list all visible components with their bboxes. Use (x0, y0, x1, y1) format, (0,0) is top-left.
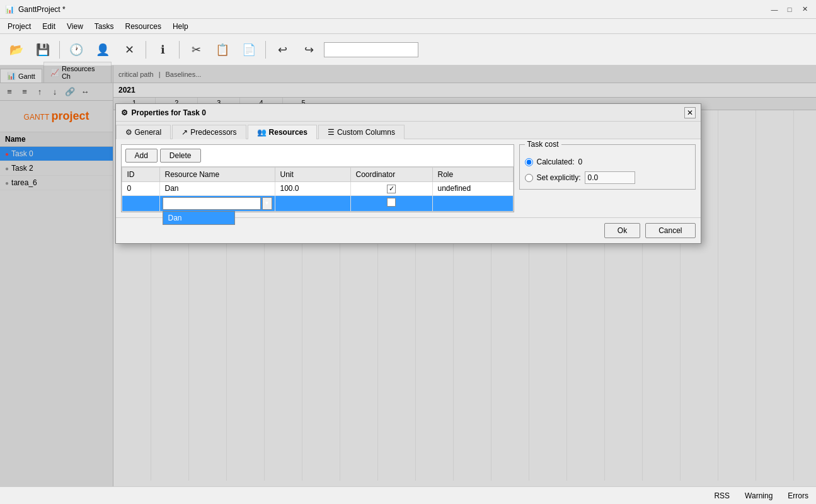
copy-button[interactable]: 📋 (211, 38, 234, 61)
calculated-radio[interactable] (525, 158, 533, 166)
title-bar: 📊 GanttProject * — □ ✕ (0, 0, 816, 19)
predecessors-tab-icon: ↗ (181, 128, 188, 137)
add-resource-button[interactable]: Add (125, 149, 158, 163)
set-explicitly-label: Set explicitly: (537, 173, 581, 182)
dropdown-option-dan[interactable]: Dan (163, 212, 234, 224)
redo-button[interactable]: ↪ (297, 38, 320, 61)
custom-columns-tab-icon: ☰ (328, 128, 335, 137)
menu-edit[interactable]: Edit (37, 21, 60, 32)
task-cost-panel: Task cost Calculated: 0 Set explicitly: (519, 144, 696, 212)
col-header-id: ID (122, 168, 159, 182)
search-input[interactable] (324, 42, 418, 57)
toolbar-separator-3 (179, 41, 180, 59)
tab-resources[interactable]: 👥 Resources (248, 125, 317, 139)
maximize-button[interactable]: □ (783, 3, 796, 16)
menu-help[interactable]: Help (168, 21, 193, 32)
toolbar-separator-1 (59, 41, 60, 59)
open-button[interactable]: 📂 (5, 38, 28, 61)
app-title: GanttProject * (18, 5, 66, 14)
row0-unit: 100.0 (275, 182, 350, 196)
menu-tasks[interactable]: Tasks (89, 21, 119, 32)
undo-button[interactable]: ↩ (271, 38, 294, 61)
dialog-titlebar: ⚙ Properties for Task 0 ✕ (116, 104, 701, 122)
general-tab-icon: ⚙ (125, 128, 132, 137)
paste-button[interactable]: 📄 (238, 38, 260, 61)
col-header-unit: Unit (275, 168, 350, 182)
dropdown-arrow-button[interactable]: ▼ (262, 197, 272, 210)
menu-project[interactable]: Project (3, 21, 36, 32)
col-header-resource-name: Resource Name (159, 168, 275, 182)
table-toolbar: Add Delete (122, 145, 514, 167)
editing-row-dropdown-cell[interactable]: ▼ (159, 195, 275, 211)
dropdown-popup: Dan (163, 211, 235, 225)
status-bar: RSS Warning Errors (0, 486, 816, 504)
minimize-button[interactable]: — (768, 3, 781, 16)
menu-bar: Project Edit View Tasks Resources Help (0, 19, 816, 34)
calculated-label: Calculated: (537, 158, 575, 166)
set-explicitly-row: Set explicitly: (525, 171, 690, 184)
errors-label: Errors (788, 491, 808, 500)
dropdown-cell: ▼ (163, 197, 272, 210)
tab-custom-columns[interactable]: ☰ Custom Columns (318, 125, 405, 139)
toolbar: 📂 💾 🕐 👤 ✕ ℹ ✂ 📋 📄 ↩ ↪ (0, 34, 816, 66)
resources-tab-icon2: 👥 (257, 128, 267, 137)
info-button[interactable]: ℹ (151, 38, 174, 61)
calculated-value: 0 (578, 158, 583, 166)
table-row-editing[interactable]: ▼ (122, 195, 513, 211)
row0-resource-name: Dan (159, 182, 275, 196)
save-button[interactable]: 💾 (32, 38, 54, 61)
dialog-close-button[interactable]: ✕ (684, 107, 696, 118)
person-button[interactable]: 👤 (91, 38, 114, 61)
ok-button[interactable]: Ok (604, 223, 640, 238)
general-tab-label: General (135, 128, 162, 137)
row0-id: 0 (122, 182, 159, 196)
editing-row-coordinator[interactable] (350, 195, 432, 211)
dialog: ⚙ Properties for Task 0 ✕ ⚙ General ↗ Pr… (115, 103, 701, 244)
title-bar-left: 📊 GanttProject * (5, 5, 66, 14)
row0-role: undefined (432, 182, 513, 196)
calculated-row: Calculated: 0 (525, 158, 690, 166)
toolbar-separator-4 (265, 41, 266, 59)
predecessors-tab-label: Predecessors (190, 128, 236, 137)
custom-columns-tab-label: Custom Columns (337, 128, 395, 137)
dialog-title-icon: ⚙ (121, 108, 128, 117)
resources-tab-label2: Resources (269, 128, 307, 137)
set-explicitly-radio[interactable] (525, 174, 533, 182)
row0-coordinator[interactable]: ✓ (350, 182, 432, 196)
modal-overlay: ⚙ Properties for Task 0 ✕ ⚙ General ↗ Pr… (0, 66, 816, 486)
delete-task-button[interactable]: ✕ (118, 38, 141, 61)
editing-row-unit (275, 195, 350, 211)
editing-row-id (122, 195, 159, 211)
task-cost-legend: Task cost (525, 140, 561, 149)
col-header-role: Role (432, 168, 513, 182)
table-row-0[interactable]: 0 Dan 100.0 ✓ undefined (122, 182, 513, 196)
dialog-body: Add Delete ID Resource Name Unit Coordin… (116, 139, 701, 217)
coordinator-checkbox-editing[interactable] (387, 198, 396, 207)
cut-button[interactable]: ✂ (185, 38, 207, 61)
rss-label: RSS (714, 491, 730, 500)
col-header-coordinator: Coordinator (350, 168, 432, 182)
menu-resources[interactable]: Resources (120, 21, 166, 32)
menu-view[interactable]: View (62, 21, 88, 32)
history-button[interactable]: 🕐 (65, 38, 88, 61)
coordinator-checkbox-0[interactable]: ✓ (387, 185, 396, 193)
task-cost-group: Task cost Calculated: 0 Set explicitly: (519, 144, 696, 190)
toolbar-separator-2 (146, 41, 146, 59)
main-area: 📊 Gantt 📈 Resources Ch ≡ ≡ ↑ ↓ 🔗 ↔ GANTT… (0, 66, 816, 486)
table-area: Add Delete ID Resource Name Unit Coordin… (121, 144, 514, 212)
tab-predecessors[interactable]: ↗ Predecessors (172, 125, 246, 139)
table-header-row: ID Resource Name Unit Coordinator Role (122, 168, 513, 182)
tab-general[interactable]: ⚙ General (116, 125, 171, 139)
dialog-title-text: Properties for Task 0 (132, 108, 207, 117)
cancel-button[interactable]: Cancel (645, 223, 695, 238)
dialog-tabs: ⚙ General ↗ Predecessors 👥 Resources ☰ C… (116, 122, 701, 139)
resource-name-input[interactable] (163, 197, 261, 210)
close-button[interactable]: ✕ (798, 3, 811, 16)
warning-label: Warning (745, 491, 773, 500)
resource-table: ID Resource Name Unit Coordinator Role (122, 167, 514, 212)
dialog-title: ⚙ Properties for Task 0 (121, 108, 207, 117)
editing-row-role (432, 195, 513, 211)
app-icon: 📊 (5, 5, 14, 14)
delete-resource-button[interactable]: Delete (160, 149, 201, 163)
set-explicitly-input[interactable] (585, 171, 635, 184)
